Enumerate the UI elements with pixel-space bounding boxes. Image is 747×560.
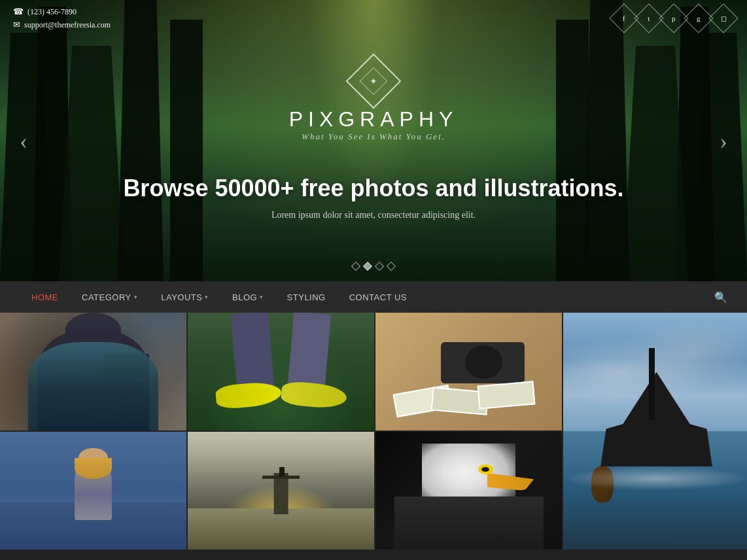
nav-contact[interactable]: CONTACT US [338,281,419,313]
photo-cell-6[interactable] [188,432,374,550]
phone-icon: ☎ [13,7,24,17]
photo-cell-4[interactable] [563,313,747,550]
photo-cell-5[interactable] [0,432,186,550]
slider-next-button[interactable]: › [713,120,734,161]
phone-info: ☎ (123) 456-7890 [13,7,111,17]
phone-number: (123) 456-7890 [27,7,77,17]
slider-prev-button[interactable]: ‹ [13,120,34,161]
logo-area: ✦ PIXGRAPHY What You See Is What You Get… [289,61,459,168]
nav-styling[interactable]: STYLING [275,281,338,313]
slider-dots [353,263,394,270]
nav-items: HOME CATEGORY ▾ LAYOUTS ▾ BLOG ▾ STYLING… [20,281,419,313]
slide-dot-3[interactable] [375,262,384,271]
search-button[interactable]: 🔍 [714,291,727,304]
photo-cell-3[interactable] [375,313,562,430]
hero-headline: Browse 50000+ free photos and illustrati… [123,175,623,202]
logo-inner: ✦ [360,67,387,94]
site-tagline: What You See Is What You Get. [289,131,459,142]
social-links: f t p g ◻ [614,8,734,29]
logo-icon: ✦ [370,75,377,86]
hero-section: ☎ (123) 456-7890 ✉ support@themefreesia.… [0,0,747,281]
contact-info: ☎ (123) 456-7890 ✉ support@themefreesia.… [13,7,111,30]
category-caret: ▾ [134,294,138,300]
slide-dot-4[interactable] [387,262,396,271]
nav-blog[interactable]: BLOG ▾ [220,281,275,313]
navigation-bar: HOME CATEGORY ▾ LAYOUTS ▾ BLOG ▾ STYLING… [0,281,747,313]
logo-diamond: ✦ [346,53,402,109]
nav-home[interactable]: HOME [20,281,70,313]
layouts-caret: ▾ [205,294,209,300]
hero-subtext: Lorem ipsum dolor sit amet, consectetur … [271,210,476,220]
photo-cell-7[interactable] [375,432,562,550]
top-bar: ☎ (123) 456-7890 ✉ support@themefreesia.… [0,0,747,37]
email-address: support@themefreesia.com [24,20,111,30]
email-icon: ✉ [13,20,20,30]
slide-dot-2[interactable] [363,262,372,271]
instagram-link[interactable]: ◻ [708,3,738,33]
photo-grid [0,313,747,550]
blog-caret: ▾ [260,294,264,300]
slide-dot-1[interactable] [351,262,360,271]
nav-layouts[interactable]: LAYOUTS ▾ [149,281,220,313]
site-title: PIXGRAPHY [289,107,459,131]
photo-cell-1[interactable] [0,313,186,430]
email-info: ✉ support@themefreesia.com [13,20,111,30]
photo-cell-2[interactable] [188,313,374,430]
nav-category[interactable]: CATEGORY ▾ [70,281,149,313]
